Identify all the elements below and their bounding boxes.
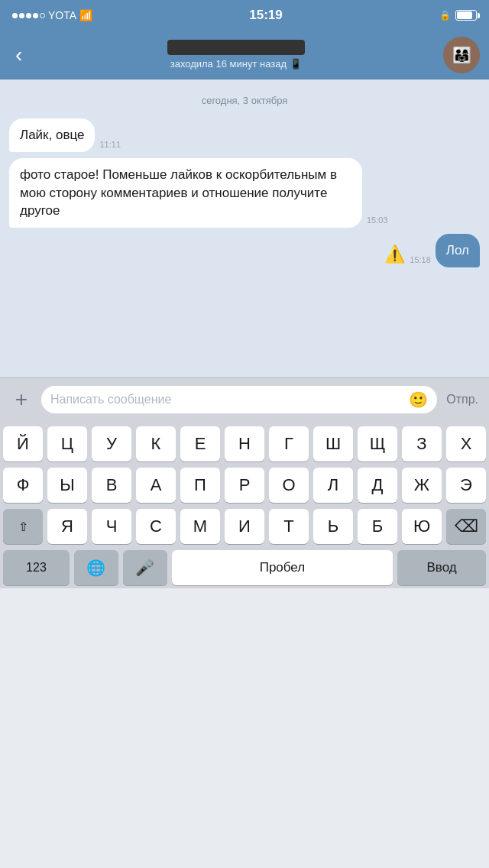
dot3 <box>26 13 31 18</box>
key-л[interactable]: Л <box>313 468 353 503</box>
dot5 <box>40 13 45 18</box>
key-ы[interactable]: Ы <box>47 468 87 503</box>
key-и[interactable]: И <box>225 509 264 544</box>
message-bubble: фото старое! Поменьше лайков к оскорбите… <box>9 158 362 228</box>
back-button[interactable]: ‹ <box>9 40 28 70</box>
key-й[interactable]: Й <box>3 426 43 462</box>
microphone-key[interactable]: 🎤 <box>123 550 167 585</box>
key-ш[interactable]: Ш <box>313 426 353 462</box>
key-ю[interactable]: Ю <box>402 509 442 544</box>
key-з[interactable]: З <box>402 426 442 462</box>
wifi-icon: 📶 <box>79 9 92 21</box>
shift-key[interactable]: ⇧ <box>3 509 43 544</box>
key-д[interactable]: Д <box>358 468 397 503</box>
key-ф[interactable]: Ф <box>3 468 43 503</box>
input-area: + Написать сообщение 🙂 Отпр. <box>0 377 489 420</box>
key-ч[interactable]: Ч <box>92 509 131 544</box>
emoji-icon[interactable]: 🙂 <box>409 390 428 409</box>
key-т[interactable]: Т <box>269 509 309 544</box>
mic-icon: 🎤 <box>135 559 154 577</box>
message-text: фото старое! Поменьше лайков к оскорбите… <box>20 167 337 219</box>
status-time: 15:19 <box>249 8 282 23</box>
header-info: заходила 16 минут назад 📱 <box>36 40 436 70</box>
status-bar: YOTA 📶 15:19 🔒 <box>0 0 489 31</box>
key-п[interactable]: П <box>180 468 220 503</box>
key-щ[interactable]: Щ <box>358 426 397 462</box>
keyboard-bottom-row: 123 🌐 🎤 Пробел Ввод <box>3 550 486 588</box>
message-input-field[interactable]: Написать сообщение 🙂 <box>41 386 437 413</box>
key-я[interactable]: Я <box>47 509 87 544</box>
key-г[interactable]: Г <box>269 426 309 462</box>
key-е[interactable]: Е <box>180 426 220 462</box>
status-left: YOTA 📶 <box>12 9 92 21</box>
key-н[interactable]: Н <box>225 426 264 462</box>
status-right: 🔒 <box>439 10 477 21</box>
message-text: Лайк, овце <box>20 128 84 142</box>
avatar[interactable]: 👨‍👩‍👧 <box>443 37 480 73</box>
key-ж[interactable]: Ж <box>402 468 442 503</box>
message-row: ⚠️ 15:18 Лол <box>9 234 480 267</box>
key-в[interactable]: В <box>92 468 131 503</box>
message-row: фото старое! Поменьше лайков к оскорбите… <box>9 158 480 228</box>
contact-status: заходила 16 минут назад 📱 <box>170 58 302 70</box>
globe-key[interactable]: 🌐 <box>74 550 118 585</box>
enter-key[interactable]: Ввод <box>397 550 486 585</box>
message-row: Лайк, овце 11:11 <box>9 118 480 152</box>
key-о[interactable]: О <box>269 468 309 503</box>
keyboard-row-1: Й Ц У К Е Н Г Ш Щ З Х <box>3 426 486 462</box>
key-а[interactable]: А <box>136 468 176 503</box>
key-м[interactable]: М <box>180 509 220 544</box>
lock-icon: 🔒 <box>439 10 451 21</box>
message-time: 11:11 <box>99 140 121 149</box>
battery-fill <box>457 11 472 19</box>
error-icon: ⚠️ <box>384 245 405 264</box>
message-bubble: Лайк, овце <box>9 118 95 152</box>
backspace-key[interactable]: ⌫ <box>446 509 486 544</box>
key-ц[interactable]: Ц <box>47 426 87 462</box>
chat-area: сегодня, 3 октября Лайк, овце 11:11 фото… <box>0 79 489 377</box>
globe-icon: 🌐 <box>86 559 105 577</box>
key-р[interactable]: Р <box>225 468 264 503</box>
key-б[interactable]: Б <box>358 509 397 544</box>
dot2 <box>19 13 24 18</box>
key-х[interactable]: Х <box>446 426 486 462</box>
message-time: 15:03 <box>367 215 388 225</box>
date-separator: сегодня, 3 октября <box>9 95 480 106</box>
space-key[interactable]: Пробел <box>172 550 393 585</box>
dot1 <box>12 13 18 18</box>
key-к[interactable]: К <box>136 426 176 462</box>
chat-header: ‹ заходила 16 минут назад 📱 👨‍👩‍👧 <box>0 31 489 79</box>
message-time: 15:18 <box>410 255 431 264</box>
add-button[interactable]: + <box>8 387 35 412</box>
avatar-image: 👨‍👩‍👧 <box>452 46 471 64</box>
key-у[interactable]: У <box>92 426 131 462</box>
send-button[interactable]: Отпр. <box>443 393 481 406</box>
carrier-label: YOTA <box>48 9 76 21</box>
signal-dots <box>12 13 45 18</box>
key-э[interactable]: Э <box>446 468 486 503</box>
keyboard-row-3: ⇧ Я Ч С М И Т Ь Б Ю ⌫ <box>3 509 486 544</box>
message-text: Лол <box>446 243 469 257</box>
key-с[interactable]: С <box>136 509 176 544</box>
message-bubble: Лол <box>436 234 480 267</box>
dot4 <box>33 13 38 18</box>
keyboard-row-2: Ф Ы В А П Р О Л Д Ж Э <box>3 468 486 503</box>
keyboard: Й Ц У К Е Н Г Ш Щ З Х Ф Ы В А П Р О Л Д … <box>0 420 489 588</box>
numbers-key[interactable]: 123 <box>3 550 70 585</box>
contact-name <box>167 40 305 55</box>
key-ь[interactable]: Ь <box>313 509 353 544</box>
input-placeholder: Написать сообщение <box>50 393 409 406</box>
battery-icon <box>455 10 477 21</box>
